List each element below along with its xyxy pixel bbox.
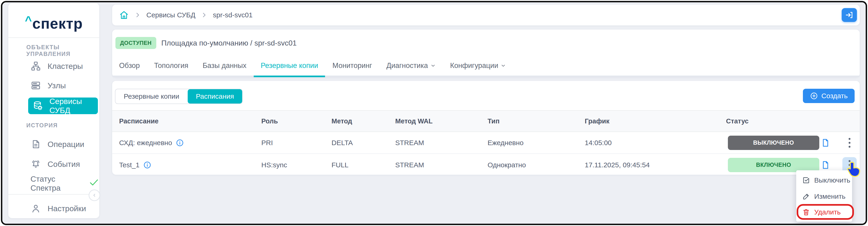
table-row: Test_1 HS:sync FULL STREAM Однократно 17… xyxy=(112,154,860,176)
logout-button[interactable] xyxy=(842,8,857,22)
sidebar-section-history: ИСТОРИЯ xyxy=(26,122,58,129)
cell-method: DELTA xyxy=(332,139,395,147)
row-actions-kebab-button[interactable] xyxy=(842,135,857,151)
menu-item-edit[interactable]: Изменить xyxy=(796,188,852,204)
tab-overview[interactable]: Обзор xyxy=(119,61,140,77)
sidebar-item-label: События xyxy=(48,160,80,169)
user-settings-icon xyxy=(30,203,41,214)
col-header-wal-method: Метод WAL xyxy=(395,117,488,125)
table-row: СХД: ежедневно PRI DELTA STREAM Ежедневн… xyxy=(112,132,860,154)
copy-document-button[interactable] xyxy=(821,138,830,148)
sidebar-item-nodes[interactable]: Узлы xyxy=(30,77,66,94)
create-button[interactable]: Создать xyxy=(803,89,855,103)
nodes-icon xyxy=(30,80,41,91)
cell-type: Ежедневно xyxy=(488,139,585,147)
view-switch: Резервные копии Расписания xyxy=(115,89,243,104)
sidebar-item-label: Настройки xyxy=(48,204,86,213)
tab-backups[interactable]: Резервные копии xyxy=(260,61,318,77)
breadcrumb: Сервисы СУБД spr-sd-svc01 xyxy=(119,10,253,20)
sidebar: ^спектр ОБЪЕКТЫ УПРАВЛЕНИЯ Кластеры У xyxy=(8,3,99,218)
db-services-icon xyxy=(33,101,43,111)
tab-bar: Обзор Топология Базы данных Резервные ко… xyxy=(119,61,506,77)
sidebar-item-spektr-status[interactable]: Статус Спектра xyxy=(30,175,99,192)
operations-icon xyxy=(30,139,41,149)
menu-item-delete[interactable]: Удалить xyxy=(796,204,852,220)
sidebar-collapse-button[interactable] xyxy=(89,190,100,201)
chevron-right-icon xyxy=(201,12,207,18)
tab-monitoring[interactable]: Мониторинг xyxy=(333,61,372,77)
status-pill-off: ВЫКЛЮЧЕНО xyxy=(728,136,819,150)
status-ok-check-icon xyxy=(89,178,99,189)
col-header-method: Метод xyxy=(332,117,395,125)
schedule-name: Test_1 xyxy=(119,161,140,169)
chevron-down-icon xyxy=(430,62,436,70)
trash-icon xyxy=(802,208,810,216)
home-icon[interactable] xyxy=(119,10,129,20)
top-bar: Сервисы СУБД spr-sd-svc01 xyxy=(112,5,860,25)
clusters-icon xyxy=(30,61,41,72)
sidebar-item-operations[interactable]: Операции xyxy=(30,136,84,152)
schedule-name: СХД: ежедневно xyxy=(119,139,172,147)
plus-circle-icon xyxy=(810,92,818,100)
logout-icon xyxy=(845,10,854,20)
cell-graph: 17.11.2025, 09:45:54 xyxy=(585,161,726,169)
events-bell-icon xyxy=(30,159,41,169)
sidebar-item-label: Сервисы СУБД xyxy=(50,97,98,115)
cell-wal-method: STREAM xyxy=(395,161,488,169)
page-title: Площадка по-умолчанию / spr-sd-svc01 xyxy=(161,39,297,47)
row-actions-menu: Выключить Изменить Удалить xyxy=(796,170,852,222)
logo-text: спектр xyxy=(32,15,83,32)
copy-document-button[interactable] xyxy=(821,160,830,170)
col-header-role: Роль xyxy=(261,117,332,125)
info-icon[interactable] xyxy=(176,139,184,147)
table-header-row: Расписание Роль Метод Метод WAL Тип Граф… xyxy=(112,110,860,132)
service-header-card: ДОСТУПЕН Площадка по-умолчанию / spr-sd-… xyxy=(112,30,860,77)
sidebar-item-label: Операции xyxy=(48,140,84,149)
cell-method: FULL xyxy=(332,161,395,169)
app-logo: ^спектр xyxy=(8,13,99,32)
breadcrumb-item-current: spr-sd-svc01 xyxy=(213,11,253,19)
subtab-backups[interactable]: Резервные копии xyxy=(116,89,188,104)
panel-toolbar: Резервные копии Расписания Создать xyxy=(115,89,855,104)
col-header-type: Тип xyxy=(488,117,585,125)
sidebar-item-label: Статус Спектра xyxy=(30,174,76,193)
tab-configurations[interactable]: Конфигурации xyxy=(450,61,506,77)
checkbox-check-icon xyxy=(802,176,810,184)
sidebar-item-events[interactable]: События xyxy=(30,156,80,172)
info-icon[interactable] xyxy=(143,161,151,169)
sidebar-item-db-services[interactable]: Сервисы СУБД xyxy=(28,97,98,114)
app-window: ^спектр ОБЪЕКТЫ УПРАВЛЕНИЯ Кластеры У xyxy=(0,0,868,226)
col-header-status: Статус xyxy=(726,117,821,125)
col-header-graph: График xyxy=(585,117,726,125)
cell-wal-method: STREAM xyxy=(395,139,488,147)
cell-graph: 14:05:00 xyxy=(585,139,726,147)
chevron-down-icon xyxy=(500,62,506,70)
tab-databases[interactable]: Базы данных xyxy=(203,61,247,77)
col-header-schedule: Расписание xyxy=(119,117,261,125)
menu-item-disable[interactable]: Выключить xyxy=(796,172,852,188)
sidebar-item-label: Кластеры xyxy=(48,62,83,71)
schedules-table: Расписание Роль Метод Метод WAL Тип Граф… xyxy=(112,110,860,176)
breadcrumb-item-services[interactable]: Сервисы СУБД xyxy=(146,11,195,19)
sidebar-item-label: Узлы xyxy=(48,81,66,90)
subtab-schedules[interactable]: Расписания xyxy=(188,89,242,104)
schedules-panel: Резервные копии Расписания Создать Распи… xyxy=(112,81,860,175)
logo-caret: ^ xyxy=(25,13,32,27)
status-pill-on: ВКЛЮЧЕНО xyxy=(728,158,819,172)
cell-role: HS:sync xyxy=(261,161,332,169)
sidebar-divider-bottom xyxy=(8,194,99,195)
pencil-icon xyxy=(802,193,810,200)
tab-topology[interactable]: Топология xyxy=(154,61,188,77)
tab-diagnostics[interactable]: Диагностика xyxy=(386,61,436,77)
sidebar-item-settings[interactable]: Настройки xyxy=(30,200,86,217)
status-badge: ДОСТУПЕН xyxy=(116,37,156,49)
cell-type: Однократно xyxy=(488,161,585,169)
sidebar-section-objects: ОБЪЕКТЫ УПРАВЛЕНИЯ xyxy=(26,44,99,57)
sidebar-item-clusters[interactable]: Кластеры xyxy=(30,58,83,75)
chevron-right-icon xyxy=(134,12,141,18)
cell-role: PRI xyxy=(261,139,332,147)
sidebar-divider-top xyxy=(8,37,99,38)
